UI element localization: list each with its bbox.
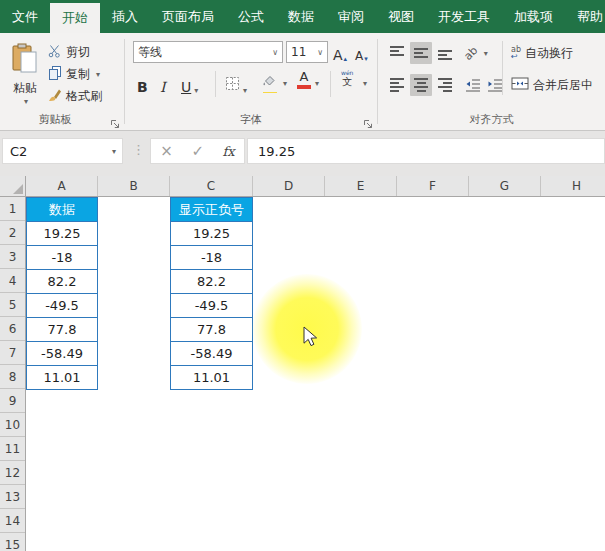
cell-A4[interactable]: 82.2 xyxy=(26,269,98,294)
cell-C1-header[interactable]: 显示正负号 xyxy=(170,197,253,222)
row-header-9[interactable]: 9 xyxy=(0,389,25,413)
phonetic-button[interactable]: wén 文 xyxy=(341,69,353,91)
tab-公式[interactable]: 公式 xyxy=(226,0,276,33)
phonetic-dropdown-icon[interactable]: ▾ xyxy=(363,79,367,88)
paste-dropdown-icon[interactable]: ▾ xyxy=(24,97,28,106)
align-top-button[interactable] xyxy=(386,42,408,64)
name-box[interactable]: C2 ▾ xyxy=(2,138,123,164)
row-header-2[interactable]: 2 xyxy=(0,221,25,245)
column-header-E[interactable]: E xyxy=(325,176,397,196)
row-header-6[interactable]: 6 xyxy=(0,317,25,341)
column-header-A[interactable]: A xyxy=(26,176,98,196)
align-center-button[interactable] xyxy=(410,74,432,96)
merge-center-button[interactable]: 合并后居中 xyxy=(511,74,593,96)
decrease-indent-button[interactable] xyxy=(462,74,484,96)
font-dialog-launcher-icon[interactable] xyxy=(363,115,374,126)
orientation-dropdown-icon[interactable]: ▾ xyxy=(484,49,488,58)
row-header-15[interactable]: 15 xyxy=(0,533,25,551)
row-header-3[interactable]: 3 xyxy=(0,245,25,269)
format-painter-button[interactable]: 格式刷 xyxy=(48,86,102,107)
align-left-button[interactable] xyxy=(386,74,408,96)
font-color-button[interactable]: A xyxy=(297,71,311,93)
cell-A2[interactable]: 19.25 xyxy=(26,221,98,246)
sheet-body[interactable]: 数据19.25-1882.2-49.577.8-58.4911.01显示正负号1… xyxy=(26,197,605,551)
tab-文件[interactable]: 文件 xyxy=(0,0,50,33)
cell-A7[interactable]: -58.49 xyxy=(26,341,98,366)
row-header-10[interactable]: 10 xyxy=(0,413,25,437)
column-header-D[interactable]: D xyxy=(253,176,325,196)
row-header-4[interactable]: 4 xyxy=(0,269,25,293)
cut-button[interactable]: 剪切 xyxy=(48,42,90,63)
wrap-text-label: 自动换行 xyxy=(525,45,573,62)
column-header-C[interactable]: C xyxy=(170,176,253,196)
row-header-14[interactable]: 14 xyxy=(0,509,25,533)
row-header-7[interactable]: 7 xyxy=(0,341,25,365)
tab-数据[interactable]: 数据 xyxy=(276,0,326,33)
tab-加载项[interactable]: 加载项 xyxy=(502,0,565,33)
cell-A3[interactable]: -18 xyxy=(26,245,98,270)
cell-C8[interactable]: 11.01 xyxy=(170,365,253,390)
copy-dropdown-icon[interactable]: ▾ xyxy=(96,70,100,79)
wrap-text-button[interactable]: ab ↩ 自动换行 xyxy=(511,42,573,64)
bold-button[interactable]: B xyxy=(137,73,148,95)
row-header-11[interactable]: 11 xyxy=(0,437,25,461)
column-header-H[interactable]: H xyxy=(541,176,605,196)
select-all-button[interactable] xyxy=(0,176,26,197)
clipboard-dialog-launcher-icon[interactable] xyxy=(110,115,121,126)
shrink-font-button[interactable]: A ▾ xyxy=(355,41,368,63)
italic-button[interactable]: I xyxy=(160,73,166,95)
cell-C2[interactable]: 19.25 xyxy=(170,221,253,246)
font-size-dropdown-icon[interactable]: ∨ xyxy=(317,48,323,57)
insert-function-icon[interactable]: fx xyxy=(223,144,235,159)
column-header-B[interactable]: B xyxy=(98,176,170,196)
font-row-divider-2 xyxy=(330,71,331,97)
cell-C4[interactable]: 82.2 xyxy=(170,269,253,294)
font-name-combobox[interactable]: 等线 ∨ xyxy=(133,41,283,63)
tab-视图[interactable]: 视图 xyxy=(376,0,426,33)
cell-C3[interactable]: -18 xyxy=(170,245,253,270)
align-bottom-button[interactable] xyxy=(434,42,456,64)
row-header-5[interactable]: 5 xyxy=(0,293,25,317)
tab-审阅[interactable]: 审阅 xyxy=(326,0,376,33)
cancel-icon[interactable]: × xyxy=(160,142,173,160)
formula-bar-grip-icon[interactable]: ⋮ xyxy=(132,142,145,157)
borders-button[interactable]: ▾ xyxy=(225,73,247,95)
row-header-13[interactable]: 13 xyxy=(0,485,25,509)
align-middle-button[interactable] xyxy=(410,42,432,64)
font-color-dropdown-icon[interactable]: ▾ xyxy=(315,79,319,88)
column-header-G[interactable]: G xyxy=(469,176,541,196)
formula-input[interactable]: 19.25 xyxy=(247,138,605,164)
enter-icon[interactable]: ✓ xyxy=(191,142,204,160)
grow-font-button[interactable]: A ▴ xyxy=(333,41,347,63)
underline-dropdown-icon[interactable]: ▾ xyxy=(194,86,198,95)
fill-color-bar xyxy=(263,92,277,93)
row-header-8[interactable]: 8 xyxy=(0,365,25,389)
cell-C6[interactable]: 77.8 xyxy=(170,317,253,342)
fill-color-button[interactable] xyxy=(262,71,277,93)
font-size-value: 11 xyxy=(291,45,306,59)
tab-开始[interactable]: 开始 xyxy=(50,3,100,33)
row-header-12[interactable]: 12 xyxy=(0,461,25,485)
underline-button[interactable]: U ▾ xyxy=(181,73,198,95)
cell-A1-header[interactable]: 数据 xyxy=(26,197,98,222)
tab-插入[interactable]: 插入 xyxy=(100,0,150,33)
cell-A6[interactable]: 77.8 xyxy=(26,317,98,342)
name-box-dropdown-icon[interactable]: ▾ xyxy=(112,147,116,156)
copy-button[interactable]: 复制 ▾ xyxy=(48,64,100,85)
cell-C5[interactable]: -49.5 xyxy=(170,293,253,318)
fill-color-dropdown-icon[interactable]: ▾ xyxy=(283,79,287,88)
column-header-F[interactable]: F xyxy=(397,176,469,196)
align-right-button[interactable] xyxy=(434,74,456,96)
cell-A8[interactable]: 11.01 xyxy=(26,365,98,390)
increase-indent-button[interactable] xyxy=(484,74,506,96)
cell-C7[interactable]: -58.49 xyxy=(170,341,253,366)
row-header-1[interactable]: 1 xyxy=(0,197,25,221)
orientation-button[interactable]: ab ▾ xyxy=(464,42,488,64)
tab-页面布局[interactable]: 页面布局 xyxy=(150,0,226,33)
tab-开发工具[interactable]: 开发工具 xyxy=(426,0,502,33)
tab-帮助[interactable]: 帮助 xyxy=(565,0,605,33)
borders-dropdown-icon[interactable]: ▾ xyxy=(243,86,247,95)
font-name-dropdown-icon[interactable]: ∨ xyxy=(272,48,278,57)
font-size-combobox[interactable]: 11 ∨ xyxy=(286,41,328,63)
cell-A5[interactable]: -49.5 xyxy=(26,293,98,318)
